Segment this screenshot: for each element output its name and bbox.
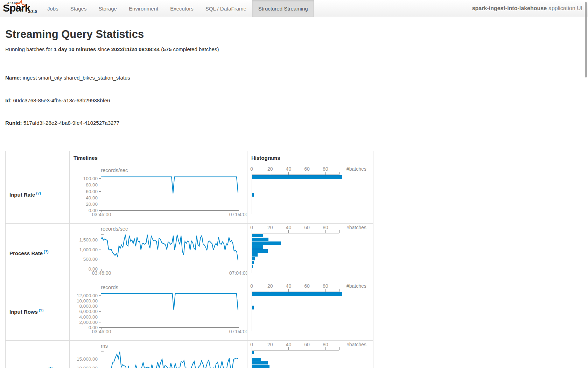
svg-text:10,000.00: 10,000.00 bbox=[77, 298, 98, 304]
input-rows-row: Input Rows (?) records0.002,000.004,000.… bbox=[6, 282, 373, 341]
input-rate-row: Input Rate (?) records/sec0.0020.0040.00… bbox=[6, 165, 373, 224]
svg-text:07:04:00: 07:04:00 bbox=[229, 270, 247, 276]
running-mid: since bbox=[96, 46, 111, 52]
query-id-line: Id: 60dc3768-85e3-4fb5-a13c-63b29938bfe6 bbox=[5, 97, 583, 104]
running-duration: 1 day 10 minutes bbox=[54, 46, 96, 52]
batch-duration-label-cell: Batch Duration (?) bbox=[6, 341, 69, 368]
tab-structured-streaming[interactable]: Structured Streaming bbox=[252, 0, 314, 17]
header-empty-cell bbox=[6, 151, 69, 165]
svg-text:100.00: 100.00 bbox=[83, 176, 98, 181]
process-rate-label: Process Rate bbox=[9, 250, 43, 256]
batch-duration-histogram-cell: 020406080#batches bbox=[247, 341, 373, 368]
tab-storage[interactable]: Storage bbox=[92, 0, 123, 17]
input-rate-timeline-chart: records/sec0.0020.0040.0060.0080.00100.0… bbox=[70, 165, 247, 223]
process-rate-row: Process Rate (?) records/sec0.00500.001,… bbox=[6, 224, 373, 282]
query-name-label: Name: bbox=[5, 75, 21, 81]
svg-text:0: 0 bbox=[250, 225, 253, 230]
svg-text:20.00: 20.00 bbox=[86, 202, 98, 207]
running-since-timestamp: 2022/11/24 08:08:44 bbox=[111, 46, 160, 52]
application-name: spark-ingest-into-lakehouse application … bbox=[472, 0, 582, 17]
header-timelines: Timelines bbox=[69, 151, 247, 165]
svg-text:500.00: 500.00 bbox=[83, 257, 98, 262]
streaming-stats-table: Timelines Histograms Input Rate (?) reco… bbox=[5, 151, 373, 368]
header-histograms: Histograms bbox=[247, 151, 373, 165]
svg-text:60: 60 bbox=[304, 283, 310, 289]
batch-duration-histogram-chart: 020406080#batches bbox=[247, 341, 373, 368]
svg-text:1,500.00: 1,500.00 bbox=[79, 237, 98, 243]
svg-text:records/sec: records/sec bbox=[101, 226, 128, 232]
input-rate-histogram-cell: 020406080#batches bbox=[247, 165, 373, 225]
completed-batches-count: 575 bbox=[163, 46, 172, 52]
input-rate-timeline-cell: records/sec0.0020.0040.0060.0080.00100.0… bbox=[69, 165, 247, 225]
svg-text:6,000.00: 6,000.00 bbox=[79, 309, 98, 314]
running-suffix: completed batches) bbox=[172, 46, 219, 52]
input-rate-label-cell: Input Rate (?) bbox=[6, 165, 69, 225]
scrollbar-thumb[interactable] bbox=[585, 2, 587, 77]
svg-text:80: 80 bbox=[323, 342, 328, 347]
tab-sql-dataframe[interactable]: SQL / DataFrame bbox=[200, 0, 252, 17]
svg-text:40: 40 bbox=[286, 342, 292, 347]
svg-text:03:46:00: 03:46:00 bbox=[92, 329, 111, 334]
stats-table-header: Timelines Histograms bbox=[6, 151, 373, 165]
process-rate-label-cell: Process Rate (?) bbox=[6, 224, 69, 283]
input-rows-timeline-cell: records0.002,000.004,000.006,000.008,000… bbox=[69, 282, 247, 342]
svg-text:60: 60 bbox=[304, 225, 310, 230]
svg-text:#batches: #batches bbox=[346, 283, 366, 289]
query-id-label: Id: bbox=[5, 97, 12, 103]
running-batches-summary: Running batches for 1 day 10 minutes sin… bbox=[5, 46, 583, 52]
svg-text:ms: ms bbox=[101, 343, 108, 349]
svg-text:20: 20 bbox=[267, 225, 273, 230]
query-runid-label: RunId: bbox=[5, 120, 22, 126]
svg-text:#batches: #batches bbox=[346, 225, 366, 230]
batch-duration-help-link[interactable]: (?) bbox=[48, 367, 53, 368]
application-ui-suffix: application UI bbox=[548, 5, 582, 12]
input-rate-histogram-chart: 020406080#batches bbox=[247, 165, 373, 223]
nav-tabs: Jobs Stages Storage Environment Executor… bbox=[41, 0, 314, 17]
svg-text:10,000.00: 10,000.00 bbox=[77, 366, 98, 368]
tab-jobs[interactable]: Jobs bbox=[41, 0, 64, 17]
svg-text:60: 60 bbox=[304, 342, 310, 347]
page-title: Streaming Query Statistics bbox=[5, 28, 583, 41]
svg-text:0: 0 bbox=[250, 283, 253, 289]
svg-text:60.00: 60.00 bbox=[86, 189, 98, 194]
svg-text:20: 20 bbox=[267, 342, 273, 347]
query-metadata: Name: ingest smart_city shared_bikes_sta… bbox=[5, 59, 583, 142]
input-rows-histogram-cell: 020406080#batches bbox=[247, 282, 373, 342]
svg-text:40: 40 bbox=[286, 225, 292, 230]
svg-text:#batches: #batches bbox=[346, 342, 366, 347]
svg-text:records: records bbox=[101, 284, 118, 290]
application-id: spark-ingest-into-lakehouse bbox=[472, 5, 547, 12]
process-rate-timeline-cell: records/sec0.00500.001,000.001,500.0003:… bbox=[69, 224, 247, 283]
query-name-value: ingest smart_city shared_bikes_station_s… bbox=[21, 75, 130, 81]
svg-text:07:04:00: 07:04:00 bbox=[229, 212, 247, 217]
tab-executors[interactable]: Executors bbox=[164, 0, 200, 17]
tab-stages[interactable]: Stages bbox=[64, 0, 93, 17]
running-prefix: Running batches for bbox=[5, 46, 54, 52]
input-rows-help-link[interactable]: (?) bbox=[39, 308, 43, 312]
spark-wordmark: Spark bbox=[3, 2, 30, 14]
spark-version: 3.3.0 bbox=[28, 9, 37, 14]
svg-text:80: 80 bbox=[323, 283, 328, 289]
process-rate-histogram-chart: 020406080#batches bbox=[247, 224, 373, 282]
svg-text:0: 0 bbox=[250, 166, 253, 172]
svg-text:2,000.00: 2,000.00 bbox=[79, 320, 98, 325]
svg-text:03:46:00: 03:46:00 bbox=[92, 212, 111, 217]
query-runid-line: RunId: 517afd3f-28e2-4ba8-9fe4-4102527a3… bbox=[5, 119, 583, 127]
input-rows-timeline-chart: records0.002,000.004,000.006,000.008,000… bbox=[70, 282, 247, 340]
tab-environment[interactable]: Environment bbox=[123, 0, 164, 17]
svg-text:80: 80 bbox=[323, 225, 328, 230]
svg-text:20: 20 bbox=[267, 166, 273, 172]
svg-text:60: 60 bbox=[304, 166, 310, 172]
batch-duration-timeline-cell: ms0.005,000.0010,000.0015,000.0003:46:00… bbox=[69, 341, 247, 368]
process-rate-help-link[interactable]: (?) bbox=[44, 250, 48, 254]
input-rows-histogram-chart: 020406080#batches bbox=[247, 282, 373, 340]
svg-text:8,000.00: 8,000.00 bbox=[79, 304, 98, 309]
input-rate-help-link[interactable]: (?) bbox=[36, 191, 41, 195]
process-rate-timeline-chart: records/sec0.00500.001,000.001,500.0003:… bbox=[70, 224, 247, 282]
svg-text:07:04:00: 07:04:00 bbox=[229, 329, 247, 334]
batch-duration-timeline-chart: ms0.005,000.0010,000.0015,000.0003:46:00… bbox=[70, 341, 247, 368]
input-rows-label-cell: Input Rows (?) bbox=[6, 282, 69, 342]
svg-text:0: 0 bbox=[250, 342, 253, 347]
svg-text:40: 40 bbox=[286, 166, 292, 172]
svg-text:4,000.00: 4,000.00 bbox=[79, 314, 98, 320]
